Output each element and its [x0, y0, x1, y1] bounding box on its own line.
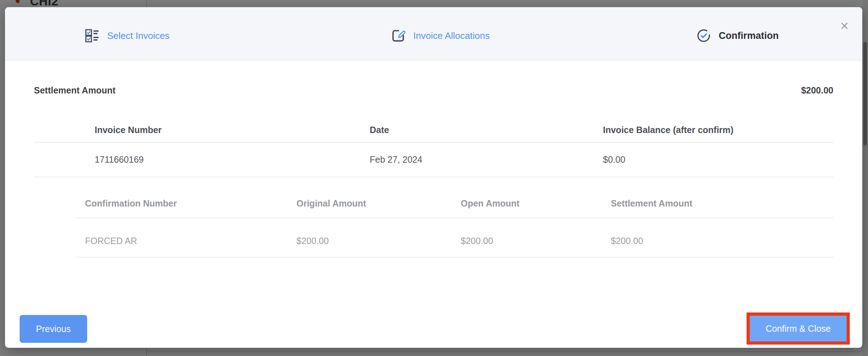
invoice-balance-value: $0.00 [603, 154, 833, 165]
col-confirmation-number: Confirmation Number [76, 198, 296, 209]
settlement-amount-cell-value: $200.00 [611, 229, 833, 246]
step-label: Select Invoices [107, 30, 170, 41]
checklist-icon [85, 29, 99, 43]
col-settlement-amount: Settlement Amount [611, 198, 833, 209]
table-row: 1711660169 Feb 27, 2024 $0.00 [34, 143, 833, 177]
settlement-amount-value: $200.00 [801, 85, 833, 96]
col-original-amount: Original Amount [296, 198, 461, 209]
allocations-table: Confirmation Number Original Amount Open… [76, 189, 833, 258]
allocations-table-header: Confirmation Number Original Amount Open… [76, 189, 833, 218]
col-invoice-balance: Invoice Balance (after confirm) [603, 125, 833, 135]
step-label: Confirmation [719, 30, 779, 41]
col-invoice-number: Invoice Number [34, 125, 370, 135]
settlement-confirmation-dialog: Select Invoices Invoice Allocations Conf… [5, 7, 862, 348]
invoices-table: Invoice Number Date Invoice Balance (aft… [34, 118, 833, 177]
original-amount-value: $200.00 [296, 229, 461, 246]
check-circle-icon [697, 29, 711, 43]
col-date: Date [370, 125, 603, 135]
open-amount-value: $200.00 [461, 229, 611, 246]
settlement-amount-label: Settlement Amount [34, 85, 115, 96]
col-open-amount: Open Amount [461, 198, 611, 209]
previous-button[interactable]: Previous [20, 315, 87, 343]
step-label: Invoice Allocations [413, 30, 490, 41]
step-invoice-allocations[interactable]: Invoice Allocations [391, 11, 490, 61]
edit-icon [391, 29, 405, 43]
invoices-table-header: Invoice Number Date Invoice Balance (aft… [34, 118, 833, 143]
step-select-invoices[interactable]: Select Invoices [85, 11, 170, 61]
close-icon[interactable]: × [837, 18, 852, 34]
confirmation-number-value: FORCED AR [76, 229, 296, 246]
table-row: FORCED AR $200.00 $200.00 $200.00 [76, 218, 833, 258]
annotation-highlight: Confirm & Close [747, 312, 850, 345]
confirm-and-close-button[interactable]: Confirm & Close [750, 316, 847, 341]
invoice-date-value: Feb 27, 2024 [370, 154, 603, 165]
invoice-number-value: 1711660169 [34, 154, 370, 165]
settlement-summary: Settlement Amount $200.00 [34, 84, 833, 96]
step-confirmation[interactable]: Confirmation [697, 11, 779, 61]
wizard-step-header: Select Invoices Invoice Allocations Conf… [5, 7, 862, 61]
